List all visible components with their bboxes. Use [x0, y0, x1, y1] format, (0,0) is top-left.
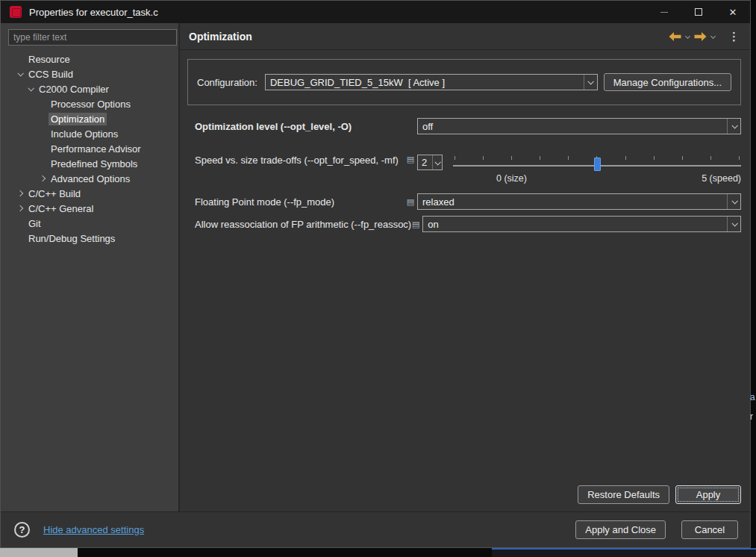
- back-button[interactable]: [669, 32, 681, 41]
- screen: x a r Properties for executor_task.c ✕ R…: [0, 0, 756, 557]
- forward-arrow-icon: [694, 32, 707, 41]
- background-artifact-right: a r: [750, 388, 756, 426]
- properties-dialog: Properties for executor_task.c ✕ Resourc…: [0, 0, 751, 548]
- fp-mode-label: Floating Point mode (--fp_mode): [195, 196, 406, 208]
- speed-tradeoff-row: Speed vs. size trade-offs (--opt_for_spe…: [187, 155, 741, 184]
- tree-item-optimization[interactable]: Optimization: [1, 111, 178, 126]
- chevron-down-icon: [588, 78, 594, 84]
- tree-item-cpp-general[interactable]: C/C++ General: [1, 201, 178, 216]
- combo-caret: [727, 194, 740, 209]
- apply-button[interactable]: Apply: [675, 485, 741, 504]
- tree-item-performance-advisor[interactable]: Performance Advisor: [1, 141, 178, 156]
- background-window-strip: [0, 548, 78, 557]
- chevron-right-icon: [40, 175, 46, 181]
- combo-caret: [727, 217, 740, 231]
- inherited-value-icon: ▤: [406, 155, 415, 164]
- fp-mode-row: Floating Point mode (--fp_mode) ▤ relaxe…: [187, 193, 741, 211]
- main-panel: Optimization ⋮: [180, 23, 750, 511]
- fp-mode-combobox[interactable]: relaxed: [417, 193, 741, 210]
- combo-caret: [584, 75, 597, 90]
- main-actions: Restore Defaults Apply: [578, 485, 741, 504]
- help-button[interactable]: ?: [14, 522, 30, 538]
- chevron-right-icon: [17, 205, 23, 211]
- opt-level-row: Optimization level (--opt_level, -O) off: [187, 117, 741, 135]
- configuration-group: Configuration: DEBUG_GRID_TIED_5_15kW [ …: [187, 59, 741, 105]
- properties-tree: Resource CCS Build C2000 Compiler Proces…: [1, 52, 178, 246]
- maximize-icon: [695, 8, 702, 16]
- configuration-combobox[interactable]: DEBUG_GRID_TIED_5_15kW [ Active ]: [265, 74, 598, 90]
- background-taskbar-strip: [492, 548, 756, 557]
- speed-tradeoff-label: Speed vs. size trade-offs (--opt_for_spe…: [195, 155, 406, 166]
- footer-bar: ? Hide advanced settings Apply and Close…: [1, 511, 750, 547]
- tree-item-advanced-options[interactable]: Advanced Options: [1, 171, 178, 186]
- chevron-down-icon: [731, 198, 737, 204]
- tree-item-processor-options[interactable]: Processor Options: [1, 96, 178, 111]
- window-title: Properties for executor_task.c: [29, 7, 158, 18]
- fp-reassoc-row: Allow reassociation of FP arithmetic (--…: [187, 215, 741, 233]
- tree-item-cpp-build[interactable]: C/C++ Build: [1, 186, 178, 201]
- sidebar: Resource CCS Build C2000 Compiler Proces…: [1, 23, 180, 511]
- minimize-button[interactable]: [647, 1, 681, 23]
- chevron-down-icon: [434, 159, 440, 165]
- tree-item-resource[interactable]: Resource: [1, 52, 178, 66]
- tree-item-run-debug-settings[interactable]: Run/Debug Settings: [1, 231, 178, 246]
- opt-level-label: Optimization level (--opt_level, -O): [195, 121, 406, 132]
- inherited-value-icon: ▤: [406, 197, 415, 206]
- page-title: Optimization: [189, 31, 252, 43]
- tree-item-ccs-build[interactable]: CCS Build: [1, 66, 178, 81]
- combo-caret: [432, 155, 442, 169]
- tree-item-git[interactable]: Git: [1, 216, 178, 231]
- titlebar: Properties for executor_task.c ✕: [1, 1, 750, 23]
- chevron-down-icon: [17, 70, 23, 76]
- header-nav: ⋮: [669, 30, 743, 43]
- fp-reassoc-combobox[interactable]: on: [422, 216, 741, 232]
- main-header: Optimization ⋮: [180, 23, 750, 50]
- fp-reassoc-label: Allow reassociation of FP arithmetic (--…: [195, 219, 411, 230]
- opt-level-combobox[interactable]: off: [417, 118, 741, 134]
- filter-input[interactable]: [8, 29, 177, 46]
- view-menu-button[interactable]: ⋮: [725, 30, 743, 43]
- chevron-down-icon: [28, 85, 34, 91]
- slider-max-label: 5 (speed): [702, 173, 741, 184]
- minimize-icon: [660, 12, 668, 13]
- combo-caret: [727, 119, 740, 134]
- window-controls: ✕: [647, 1, 750, 23]
- slider-thumb[interactable]: [594, 158, 601, 171]
- configuration-value: DEBUG_GRID_TIED_5_15kW [ Active ]: [266, 77, 584, 88]
- tree-item-predefined-symbols[interactable]: Predefined Symbols: [1, 156, 178, 171]
- close-button[interactable]: ✕: [716, 1, 750, 23]
- restore-defaults-button[interactable]: Restore Defaults: [578, 485, 669, 504]
- configuration-label: Configuration:: [197, 77, 257, 88]
- cancel-button[interactable]: Cancel: [681, 520, 738, 539]
- forward-history-caret-icon[interactable]: [710, 34, 716, 39]
- manage-configurations-button[interactable]: Manage Configurations...: [604, 73, 731, 91]
- main-content: Configuration: DEBUG_GRID_TIED_5_15kW [ …: [180, 50, 750, 511]
- apply-and-close-button[interactable]: Apply and Close: [575, 520, 666, 539]
- slider-scale-labels: 0 (size) 5 (speed): [453, 173, 741, 184]
- footer-actions: Apply and Close Cancel: [575, 520, 738, 539]
- inherited-value-icon: ▤: [411, 220, 420, 228]
- speed-value-combobox[interactable]: 2: [417, 155, 443, 170]
- hide-advanced-settings-link[interactable]: Hide advanced settings: [43, 524, 144, 535]
- chevron-right-icon: [17, 190, 23, 196]
- speed-slider[interactable]: [453, 155, 741, 172]
- maximize-button[interactable]: [681, 1, 716, 23]
- back-history-caret-icon[interactable]: [685, 34, 690, 39]
- ccs-app-icon: [10, 6, 22, 18]
- back-arrow-icon: [669, 32, 681, 41]
- tree-item-c2000-compiler[interactable]: C2000 Compiler: [1, 81, 178, 96]
- speed-slider-wrap: 0 (size) 5 (speed): [453, 155, 741, 184]
- chevron-down-icon: [731, 122, 737, 128]
- forward-button[interactable]: [694, 32, 707, 41]
- chevron-down-icon: [731, 220, 737, 226]
- tree-item-include-options[interactable]: Include Options: [1, 126, 178, 141]
- slider-min-label: 0 (size): [496, 173, 527, 184]
